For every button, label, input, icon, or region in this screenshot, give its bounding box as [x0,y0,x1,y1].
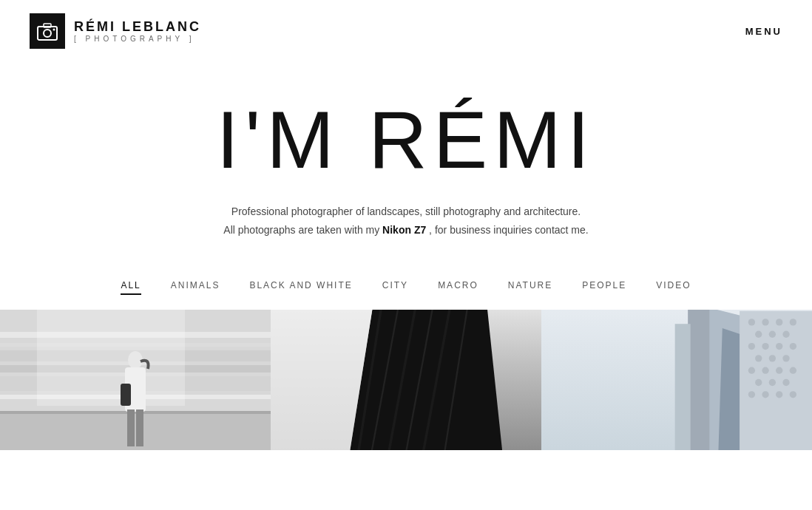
svg-point-51 [769,379,776,386]
svg-point-34 [776,319,782,326]
svg-point-39 [748,343,755,350]
hero-line1: Professional photographer of landscapes,… [30,203,782,221]
svg-point-37 [769,331,776,338]
logo-area: RÉMI LEBLANC [ PHOTOGRAPHY ] [30,13,201,49]
svg-rect-57 [688,310,709,450]
photo-grid [0,310,812,450]
filter-all[interactable]: ALL [121,280,141,295]
svg-point-53 [748,392,755,398]
svg-rect-58 [675,324,691,451]
svg-rect-16 [121,384,131,406]
svg-point-38 [782,331,789,338]
photo-city-buildings[interactable] [541,310,812,450]
svg-rect-17 [127,409,135,446]
photo-dark-building[interactable] [271,310,541,450]
hero-line2-suffix: , for business inquiries contact me. [426,224,588,236]
svg-point-32 [748,319,755,326]
svg-point-47 [762,367,768,374]
logo-name: RÉMI LEBLANC [74,19,201,35]
svg-point-40 [762,343,768,350]
site-header: RÉMI LEBLANC [ PHOTOGRAPHY ] MENU [0,0,812,62]
logo-icon [30,13,65,49]
svg-rect-11 [37,310,185,406]
svg-point-45 [782,356,789,362]
hero-subtitle: Professional photographer of landscapes,… [30,203,782,239]
filter-people[interactable]: PEOPLE [582,280,626,295]
hero-line2: All photographs are taken with my Nikon … [30,221,782,239]
svg-point-56 [790,392,796,398]
svg-point-43 [755,356,762,362]
svg-point-52 [782,379,789,386]
hero-title: I'M RÉMI [30,99,782,180]
svg-point-50 [755,379,762,386]
filter-animals[interactable]: ANIMALS [171,280,220,295]
filter-macro[interactable]: MACRO [438,280,478,295]
svg-rect-2 [44,24,51,27]
hero-section: I'M RÉMI Professional photographer of la… [0,62,812,262]
svg-point-54 [762,392,768,398]
svg-point-49 [790,367,796,374]
svg-marker-20 [348,310,504,450]
svg-point-46 [748,367,755,374]
hero-camera: Nikon Z7 [382,224,426,236]
svg-point-42 [790,343,796,350]
svg-point-35 [790,319,796,326]
filter-bw[interactable]: BLACK AND WHITE [249,280,352,295]
svg-point-41 [776,343,782,350]
svg-rect-31 [740,311,812,450]
svg-point-44 [769,356,776,362]
filter-nav: ALL ANIMALS BLACK AND WHITE CITY MACRO N… [0,262,812,310]
svg-rect-12 [0,413,271,450]
filter-video[interactable]: VIDEO [656,280,691,295]
menu-button[interactable]: MENU [745,26,782,37]
svg-point-48 [776,367,782,374]
svg-point-3 [53,29,55,31]
svg-point-33 [762,319,768,326]
svg-point-1 [44,30,51,37]
photo-bw-subway[interactable] [0,310,271,450]
filter-nature[interactable]: NATURE [508,280,552,295]
filter-city[interactable]: CITY [382,280,408,295]
svg-point-55 [776,392,782,398]
svg-rect-18 [136,409,143,446]
logo-sub: [ PHOTOGRAPHY ] [74,35,201,43]
svg-point-36 [755,331,762,338]
hero-line2-prefix: All photographs are taken with my [223,224,382,236]
logo-text: RÉMI LEBLANC [ PHOTOGRAPHY ] [74,19,201,43]
